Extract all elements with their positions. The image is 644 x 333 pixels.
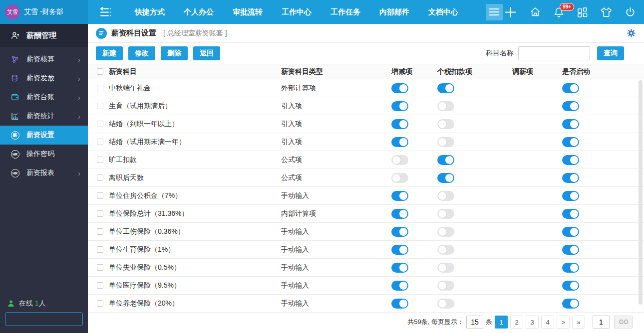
go-button[interactable]: GO bbox=[614, 316, 633, 329]
enabled-toggle[interactable] bbox=[562, 155, 579, 165]
enabled-toggle[interactable] bbox=[562, 173, 579, 183]
user-area[interactable]: 艾雪 艾雪 -财务部 bbox=[0, 0, 88, 24]
sidebar-item-5[interactable]: 薪 薪资设置 bbox=[0, 126, 88, 145]
tax-deduction-toggle[interactable] bbox=[437, 299, 454, 309]
row-checkbox[interactable] bbox=[97, 300, 103, 307]
increase-toggle[interactable] bbox=[391, 83, 408, 93]
new-button[interactable]: 新建 bbox=[96, 46, 123, 60]
increase-toggle[interactable] bbox=[391, 173, 408, 183]
delete-button[interactable]: 删除 bbox=[161, 46, 188, 60]
apps-grid-icon[interactable] bbox=[577, 6, 588, 18]
tax-deduction-toggle[interactable] bbox=[437, 263, 454, 273]
increase-toggle[interactable] bbox=[391, 263, 408, 273]
next-page-button[interactable]: > bbox=[557, 316, 570, 329]
sidebar-collapse-icon[interactable] bbox=[99, 7, 112, 17]
goto-page-input[interactable] bbox=[593, 316, 610, 329]
theme-shirt-icon[interactable] bbox=[600, 6, 613, 18]
tax-deduction-toggle[interactable] bbox=[437, 119, 454, 129]
increase-toggle[interactable] bbox=[391, 101, 408, 111]
enabled-toggle[interactable] bbox=[562, 191, 579, 201]
enabled-toggle[interactable] bbox=[562, 281, 579, 291]
row-checkbox[interactable] bbox=[97, 174, 103, 181]
enabled-toggle[interactable] bbox=[562, 209, 579, 219]
increase-toggle[interactable] bbox=[391, 227, 408, 237]
tax-deduction-toggle[interactable] bbox=[437, 101, 454, 111]
edit-button[interactable]: 修改 bbox=[128, 46, 155, 60]
tax-deduction-toggle[interactable] bbox=[437, 245, 454, 255]
power-icon[interactable] bbox=[625, 6, 636, 18]
home-icon[interactable] bbox=[529, 6, 541, 18]
avatar[interactable]: 艾雪 bbox=[5, 4, 20, 19]
nav-item-3[interactable]: 工作中心 bbox=[272, 0, 321, 24]
page-button-1[interactable]: 1 bbox=[495, 316, 508, 329]
search-button[interactable]: 查询 bbox=[597, 46, 624, 60]
scrollbar[interactable] bbox=[639, 80, 643, 305]
row-checkbox[interactable] bbox=[97, 210, 103, 217]
nav-item-5[interactable]: 内部邮件 bbox=[370, 0, 419, 24]
sidebar-item-4[interactable]: 薪资统计 › bbox=[0, 107, 88, 126]
row-checkbox[interactable] bbox=[97, 103, 103, 109]
nav-item-2[interactable]: 审批流转 bbox=[223, 0, 272, 24]
back-button[interactable]: 返回 bbox=[193, 46, 220, 60]
enabled-toggle[interactable] bbox=[562, 299, 579, 309]
nav-item-0[interactable]: 快捷方式 bbox=[125, 0, 174, 24]
more-menu-icon[interactable] bbox=[486, 4, 503, 20]
row-checkbox[interactable] bbox=[97, 139, 103, 145]
sidebar-item-7[interactable]: HR 薪资报表 › bbox=[0, 164, 88, 182]
sidebar-item-1[interactable]: 薪资核算 › bbox=[0, 50, 88, 69]
tax-deduction-toggle[interactable] bbox=[437, 227, 454, 237]
enabled-toggle[interactable] bbox=[562, 263, 579, 273]
row-checkbox[interactable] bbox=[97, 246, 103, 253]
row-checkbox[interactable] bbox=[97, 121, 103, 127]
increase-toggle[interactable] bbox=[391, 299, 408, 309]
row-checkbox[interactable] bbox=[97, 157, 103, 163]
tax-deduction-toggle[interactable] bbox=[437, 173, 454, 183]
tax-deduction-toggle[interactable] bbox=[437, 137, 454, 147]
enabled-toggle[interactable] bbox=[562, 137, 579, 147]
tax-deduction-toggle[interactable] bbox=[437, 281, 454, 291]
nav-item-1[interactable]: 个人办公 bbox=[174, 0, 223, 24]
sidebar-item-3[interactable]: 薪资台账 › bbox=[0, 88, 88, 107]
page-size-input[interactable] bbox=[466, 316, 483, 329]
page-button-2[interactable]: 2 bbox=[510, 316, 523, 329]
row-checkbox[interactable] bbox=[97, 228, 103, 235]
sidebar-item-6[interactable]: HR 操作密码 bbox=[0, 145, 88, 164]
add-icon[interactable] bbox=[504, 5, 517, 19]
increase-toggle[interactable] bbox=[391, 119, 408, 129]
enabled-toggle[interactable] bbox=[562, 101, 579, 111]
increase-toggle[interactable] bbox=[391, 155, 408, 165]
tax-deduction-toggle[interactable] bbox=[437, 191, 454, 201]
nav-item-6[interactable]: 文档中心 bbox=[419, 0, 468, 24]
enabled-toggle[interactable] bbox=[562, 119, 579, 129]
enabled-toggle[interactable] bbox=[562, 83, 579, 93]
increase-toggle[interactable] bbox=[391, 281, 408, 291]
increase-toggle[interactable] bbox=[391, 245, 408, 255]
tax-deduction-toggle[interactable] bbox=[437, 209, 454, 219]
sidebar-item-label: 薪资统计 bbox=[26, 112, 54, 121]
subject-name: 单位保险总计（31.36%） bbox=[109, 209, 281, 218]
nav-item-4[interactable]: 工作任务 bbox=[321, 0, 370, 24]
page-button-3[interactable]: 3 bbox=[526, 316, 539, 329]
bell-icon[interactable]: 99+ bbox=[553, 6, 565, 18]
increase-toggle[interactable] bbox=[391, 209, 408, 219]
row-checkbox[interactable] bbox=[97, 264, 103, 271]
select-all-checkbox[interactable] bbox=[97, 68, 103, 75]
row-checkbox[interactable] bbox=[97, 85, 103, 91]
tax-deduction-toggle[interactable] bbox=[437, 83, 454, 93]
sidebar-item-2[interactable]: 薪资发放 › bbox=[0, 69, 88, 88]
subject-name: 离职后天数 bbox=[109, 173, 281, 182]
enabled-toggle[interactable] bbox=[562, 227, 579, 237]
enabled-toggle[interactable] bbox=[562, 245, 579, 255]
gear-icon[interactable] bbox=[627, 28, 636, 38]
row-checkbox[interactable] bbox=[97, 282, 103, 289]
subject-name-input[interactable] bbox=[518, 46, 590, 60]
increase-toggle[interactable] bbox=[391, 137, 408, 147]
tax-deduction-toggle[interactable] bbox=[437, 155, 454, 165]
sidebar-item-0[interactable]: 薪酬管理 bbox=[0, 24, 88, 47]
last-page-button[interactable]: » bbox=[572, 316, 585, 329]
page-button-4[interactable]: 4 bbox=[541, 316, 554, 329]
row-checkbox[interactable] bbox=[97, 192, 103, 199]
increase-toggle[interactable] bbox=[391, 191, 408, 201]
sidebar-search-input[interactable] bbox=[5, 316, 101, 323]
subject-name: 单位生育保险（1%） bbox=[109, 245, 281, 254]
